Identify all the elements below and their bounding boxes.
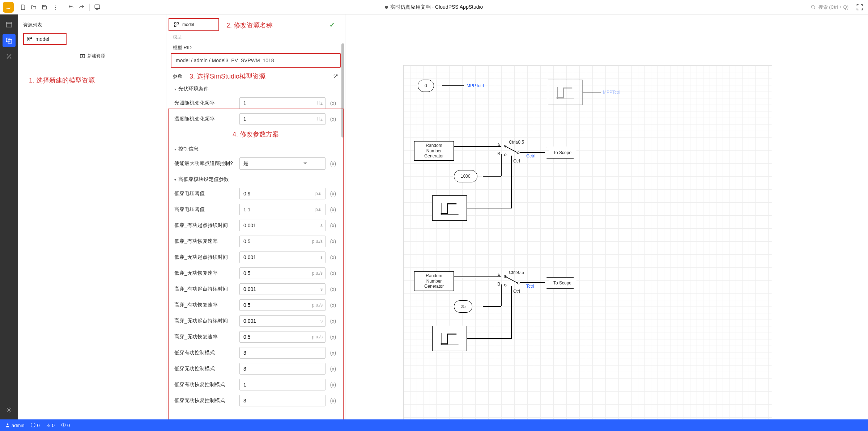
more-icon[interactable]: ⋮	[50, 2, 61, 13]
rng-block[interactable]: RandomNumberGenerator	[414, 271, 454, 291]
param-input[interactable]	[239, 113, 326, 125]
group-header-hvrt[interactable]: ▾高低穿模块设定值参数	[171, 172, 341, 186]
step-block[interactable]	[432, 195, 467, 221]
status-err[interactable]: ⓘ0	[61, 422, 70, 428]
expr-button[interactable]: (x)	[329, 223, 337, 228]
expr-button[interactable]: (x)	[329, 366, 337, 372]
group-header-ctrl[interactable]: ▾控制信息	[171, 141, 341, 155]
status-bar: admin ⓘ0 ⚠0 ⓘ0	[0, 419, 868, 431]
expr-button[interactable]: (x)	[329, 270, 337, 276]
search-placeholder: 搜索 (Ctrl + Q)	[818, 4, 848, 10]
const-block[interactable]: 1000	[454, 170, 477, 182]
expr-button[interactable]: (x)	[329, 207, 337, 212]
magic-wand-icon[interactable]	[333, 73, 339, 79]
param-p_low_rp_rmode: 低穿无功恢复控制模式 (x)	[171, 393, 341, 409]
model-sublabel: 模型	[169, 33, 343, 44]
annotation-1: 1. 选择新建的模型资源	[29, 76, 95, 85]
port-label-a: A	[497, 143, 500, 148]
step-block[interactable]	[432, 326, 467, 351]
rng-block[interactable]: RandomNumberGenerator	[414, 141, 454, 161]
param-input[interactable]	[239, 363, 326, 375]
param-p_low_ap_start: 低穿_有功起点持续时间 s (x)	[171, 217, 341, 233]
wire	[501, 154, 502, 176]
expr-button[interactable]: (x)	[329, 100, 337, 106]
model-name-field[interactable]: model	[169, 18, 219, 31]
scope-block[interactable]: To Scope	[546, 277, 578, 289]
rail-settings-icon[interactable]	[3, 403, 16, 417]
expr-button[interactable]: (x)	[329, 238, 337, 244]
expr-button[interactable]: (x)	[329, 382, 337, 388]
expr-button[interactable]: (x)	[329, 286, 337, 292]
search-box[interactable]: 搜索 (Ctrl + Q)	[810, 4, 848, 10]
expr-button[interactable]: (x)	[329, 334, 337, 340]
svg-rect-1	[95, 5, 100, 9]
param-mppt: 使能最大功率点追踪控制? 是 (x)	[171, 155, 341, 172]
ctrl-port-label: Ctrl	[513, 289, 520, 294]
param-p_high_ap_rec: 高穿_有功恢复速率 p.u./s (x)	[171, 297, 341, 313]
scope-block[interactable]: To Scope	[546, 147, 578, 159]
expr-button[interactable]: (x)	[329, 254, 337, 260]
check-icon: ✓	[329, 21, 335, 29]
separator	[63, 4, 63, 11]
rail-panel-icon[interactable]	[3, 18, 16, 31]
status-warn[interactable]: ⚠0	[46, 423, 55, 428]
svg-rect-3	[7, 22, 12, 27]
param-input[interactable]	[239, 315, 326, 327]
status-info[interactable]: ⓘ0	[31, 422, 39, 428]
switch-icon[interactable]	[503, 274, 521, 289]
param-input[interactable]	[239, 220, 326, 231]
rail-layers-icon[interactable]	[3, 34, 16, 47]
open-folder-icon[interactable]	[28, 2, 39, 13]
resource-item-label: model	[35, 36, 49, 42]
scrollbar[interactable]	[341, 43, 344, 138]
top-toolbar: ⋮ 实时仿真应用文档 - CloudPSS AppStudio 搜索 (Ctrl…	[0, 0, 868, 14]
const-block-0[interactable]: 0	[418, 80, 434, 92]
param-input[interactable]	[239, 395, 326, 406]
param-select[interactable]: 是	[239, 157, 326, 170]
param-input[interactable]	[239, 97, 326, 109]
group-header-env[interactable]: ▾光伏环境条件	[171, 81, 341, 95]
new-file-icon[interactable]	[17, 2, 28, 13]
save-icon[interactable]	[39, 2, 50, 13]
param-unit: p.u./s	[312, 334, 323, 339]
expr-button[interactable]: (x)	[329, 161, 337, 166]
const-block[interactable]: 25	[454, 300, 472, 313]
param-input[interactable]	[239, 283, 326, 295]
param-p_low_rp_mode: 低穿无功控制模式 (x)	[171, 361, 341, 377]
switch-icon[interactable]	[503, 144, 521, 159]
param-input[interactable]	[239, 252, 326, 263]
redo-icon[interactable]	[76, 2, 87, 13]
port-label-b: B	[497, 282, 500, 287]
svg-rect-0	[43, 5, 45, 6]
undo-icon[interactable]	[65, 2, 76, 13]
param-input[interactable]	[239, 379, 326, 390]
status-user[interactable]: admin	[5, 423, 24, 428]
step-block-faded[interactable]	[548, 80, 583, 105]
diagram-canvas[interactable]: 0 MPPTctrl MPPTctrl RandomNumberGenerato…	[345, 14, 868, 419]
param-label: 低穿_有功恢复速率	[174, 238, 236, 245]
rail-tools-icon[interactable]	[3, 50, 16, 63]
run-icon[interactable]	[92, 2, 103, 13]
expr-button[interactable]: (x)	[329, 318, 337, 324]
expr-button[interactable]: (x)	[329, 302, 337, 308]
param-input[interactable]	[239, 204, 326, 215]
rid-label: 模型 RID	[169, 44, 343, 53]
expr-button[interactable]: (x)	[329, 191, 337, 197]
annotation-4: 4. 修改参数方案	[233, 131, 279, 138]
param-label: 低穿有功控制模式	[174, 350, 236, 356]
expr-button[interactable]: (x)	[329, 350, 337, 356]
param-input[interactable]	[239, 347, 326, 359]
group-label: 控制信息	[178, 146, 199, 152]
fullscreen-icon[interactable]	[854, 2, 865, 13]
param-label: 温度随机变化频率	[174, 116, 236, 122]
expr-button[interactable]: (x)	[329, 398, 337, 403]
new-resource-button[interactable]: 新建资源	[23, 50, 161, 62]
app-logo	[3, 2, 14, 13]
status-user-label: admin	[12, 423, 24, 428]
param-unit: p.u./s	[312, 239, 323, 244]
param-input[interactable]	[239, 188, 326, 199]
model-name-value: model	[182, 22, 194, 27]
rid-input[interactable]: model / admin / Model3_PV_SVPWM_1018	[171, 53, 341, 68]
resource-item-model[interactable]: model	[23, 33, 67, 45]
expr-button[interactable]: (x)	[329, 116, 337, 122]
